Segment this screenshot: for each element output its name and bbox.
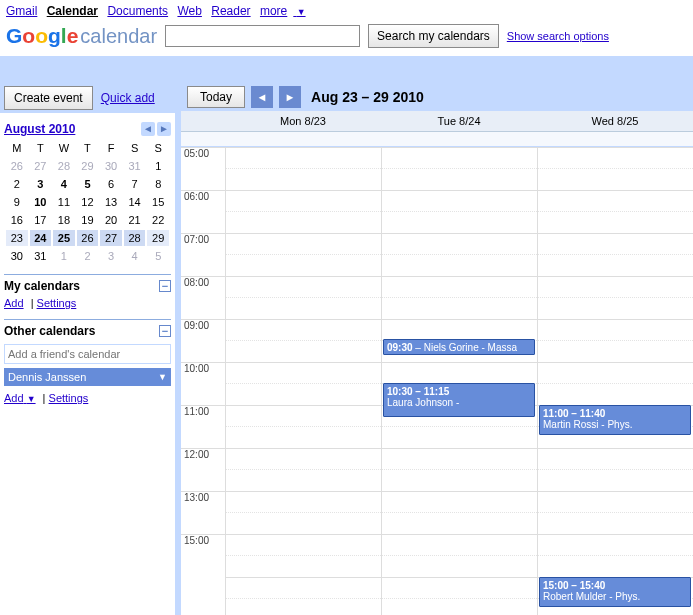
- mini-dow: S: [147, 140, 169, 156]
- next-week-button[interactable]: ►: [279, 86, 301, 108]
- mini-day[interactable]: 16: [6, 212, 28, 228]
- mini-day[interactable]: 29: [77, 158, 99, 174]
- mini-day[interactable]: 4: [124, 248, 146, 264]
- mini-day[interactable]: 30: [6, 248, 28, 264]
- mini-day[interactable]: 28: [53, 158, 75, 174]
- mini-calendar[interactable]: MTWTFSS 26272829303112345678910111213141…: [4, 138, 171, 266]
- other-calendars-title: Other calendars: [4, 324, 95, 338]
- mini-day[interactable]: 13: [100, 194, 122, 210]
- date-range: Aug 23 – 29 2010: [311, 89, 424, 105]
- my-calendars-title: My calendars: [4, 279, 80, 293]
- calendar-event[interactable]: 09:30 – Niels Gorine - Massa: [383, 339, 535, 355]
- other-calendars-settings[interactable]: Settings: [49, 392, 89, 404]
- nav-reader[interactable]: Reader: [211, 4, 250, 18]
- show-search-options[interactable]: Show search options: [507, 30, 609, 42]
- mini-day[interactable]: 3: [100, 248, 122, 264]
- chevron-down-icon: ▼: [297, 7, 306, 17]
- mini-day[interactable]: 28: [124, 230, 146, 246]
- mini-day[interactable]: 5: [77, 176, 99, 192]
- nav-gmail[interactable]: Gmail: [6, 4, 37, 18]
- mini-day[interactable]: 31: [30, 248, 52, 264]
- mini-day[interactable]: 7: [124, 176, 146, 192]
- mini-day[interactable]: 5: [147, 248, 169, 264]
- mini-dow: S: [124, 140, 146, 156]
- mini-day[interactable]: 29: [147, 230, 169, 246]
- time-label: 10:00: [181, 362, 225, 405]
- calendar-grid[interactable]: 05:0006:0007:0008:0009:0010:0011:0012:00…: [181, 147, 693, 615]
- day-header[interactable]: Mon 8/23: [225, 111, 381, 131]
- my-calendars-add[interactable]: Add: [4, 297, 24, 309]
- allday-row[interactable]: [181, 132, 693, 147]
- time-label: 05:00: [181, 147, 225, 190]
- add-friend-calendar-input[interactable]: [4, 344, 171, 364]
- mini-prev-icon[interactable]: ◄: [141, 122, 155, 136]
- time-label: 07:00: [181, 233, 225, 276]
- mini-calendar-month[interactable]: August 2010: [4, 122, 75, 136]
- mini-day[interactable]: 22: [147, 212, 169, 228]
- prev-week-button[interactable]: ◄: [251, 86, 273, 108]
- mini-day[interactable]: 26: [77, 230, 99, 246]
- search-input[interactable]: [165, 25, 360, 47]
- mini-day[interactable]: 27: [30, 158, 52, 174]
- chevron-down-icon[interactable]: ▼: [158, 372, 167, 382]
- time-label: 11:00: [181, 405, 225, 448]
- mini-dow: T: [30, 140, 52, 156]
- today-button[interactable]: Today: [187, 86, 245, 108]
- mini-day[interactable]: 18: [53, 212, 75, 228]
- day-header[interactable]: Tue 8/24: [381, 111, 537, 131]
- mini-day[interactable]: 27: [100, 230, 122, 246]
- time-label: 12:00: [181, 448, 225, 491]
- separator-bar: [0, 56, 693, 83]
- mini-day[interactable]: 24: [30, 230, 52, 246]
- mini-day[interactable]: 20: [100, 212, 122, 228]
- time-label: 08:00: [181, 276, 225, 319]
- mini-day[interactable]: 9: [6, 194, 28, 210]
- mini-day[interactable]: 21: [124, 212, 146, 228]
- collapse-icon[interactable]: −: [159, 325, 171, 337]
- calendar-entry[interactable]: Dennis Janssen ▼: [4, 368, 171, 386]
- my-calendars-settings[interactable]: Settings: [37, 297, 77, 309]
- mini-day[interactable]: 30: [100, 158, 122, 174]
- mini-day[interactable]: 12: [77, 194, 99, 210]
- nav-documents[interactable]: Documents: [107, 4, 168, 18]
- time-gutter-head: [181, 111, 225, 131]
- mini-day[interactable]: 11: [53, 194, 75, 210]
- mini-dow: F: [100, 140, 122, 156]
- mini-day[interactable]: 2: [6, 176, 28, 192]
- mini-day[interactable]: 1: [53, 248, 75, 264]
- mini-day[interactable]: 2: [77, 248, 99, 264]
- nav-web[interactable]: Web: [177, 4, 201, 18]
- mini-dow: T: [77, 140, 99, 156]
- mini-day[interactable]: 19: [77, 212, 99, 228]
- nav-more[interactable]: more ▼: [260, 4, 312, 18]
- mini-day[interactable]: 26: [6, 158, 28, 174]
- mini-day[interactable]: 25: [53, 230, 75, 246]
- calendar-entry-label: Dennis Janssen: [8, 371, 86, 383]
- quick-add-link[interactable]: Quick add: [101, 91, 155, 105]
- day-column[interactable]: [225, 147, 381, 615]
- mini-day[interactable]: 1: [147, 158, 169, 174]
- mini-day[interactable]: 14: [124, 194, 146, 210]
- mini-day[interactable]: 23: [6, 230, 28, 246]
- time-label: 09:00: [181, 319, 225, 362]
- calendar-event[interactable]: 11:00 – 11:40Martin Rossi - Phys.: [539, 405, 691, 435]
- mini-next-icon[interactable]: ►: [157, 122, 171, 136]
- calendar-event[interactable]: 15:00 – 15:40Robert Mulder - Phys.: [539, 577, 691, 607]
- mini-day[interactable]: 31: [124, 158, 146, 174]
- day-column[interactable]: 09:30 – Niels Gorine - Massa10:30 – 11:1…: [381, 147, 537, 615]
- mini-day[interactable]: 10: [30, 194, 52, 210]
- day-column[interactable]: 11:00 – 11:40Martin Rossi - Phys.15:00 –…: [537, 147, 693, 615]
- calendar-event[interactable]: 10:30 – 11:15Laura Johnson -: [383, 383, 535, 417]
- collapse-icon[interactable]: −: [159, 280, 171, 292]
- mini-day[interactable]: 4: [53, 176, 75, 192]
- other-calendars-add[interactable]: Add ▼: [4, 392, 36, 404]
- google-calendar-logo: Googlecalendar: [6, 24, 157, 48]
- mini-day[interactable]: 3: [30, 176, 52, 192]
- mini-day[interactable]: 6: [100, 176, 122, 192]
- mini-day[interactable]: 17: [30, 212, 52, 228]
- search-button[interactable]: Search my calendars: [368, 24, 499, 48]
- mini-day[interactable]: 8: [147, 176, 169, 192]
- day-header[interactable]: Wed 8/25: [537, 111, 693, 131]
- create-event-button[interactable]: Create event: [4, 86, 93, 110]
- mini-day[interactable]: 15: [147, 194, 169, 210]
